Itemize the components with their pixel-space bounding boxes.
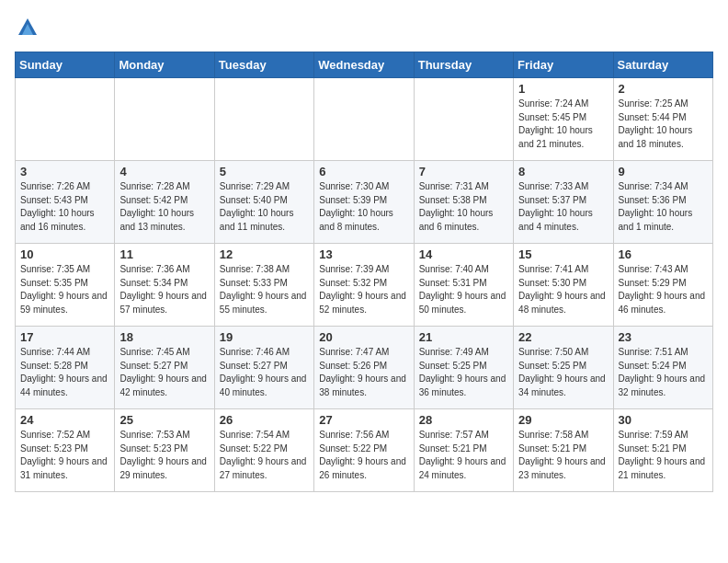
day-cell: 20Sunrise: 7:47 AM Sunset: 5:26 PM Dayli… xyxy=(314,327,414,409)
week-row-3: 10Sunrise: 7:35 AM Sunset: 5:35 PM Dayli… xyxy=(16,244,713,327)
day-info: Sunrise: 7:26 AM Sunset: 5:43 PM Dayligh… xyxy=(20,180,109,234)
day-cell: 2Sunrise: 7:25 AM Sunset: 5:44 PM Daylig… xyxy=(613,78,712,161)
day-info: Sunrise: 7:30 AM Sunset: 5:39 PM Dayligh… xyxy=(319,180,408,234)
day-info: Sunrise: 7:34 AM Sunset: 5:36 PM Dayligh… xyxy=(619,180,708,234)
day-cell: 24Sunrise: 7:52 AM Sunset: 5:23 PM Dayli… xyxy=(16,409,115,492)
day-cell: 9Sunrise: 7:34 AM Sunset: 5:36 PM Daylig… xyxy=(613,161,712,244)
day-cell: 8Sunrise: 7:33 AM Sunset: 5:37 PM Daylig… xyxy=(514,161,613,244)
day-info: Sunrise: 7:52 AM Sunset: 5:23 PM Dayligh… xyxy=(20,429,109,482)
day-cell: 5Sunrise: 7:29 AM Sunset: 5:40 PM Daylig… xyxy=(214,161,313,244)
day-cell: 22Sunrise: 7:50 AM Sunset: 5:25 PM Dayli… xyxy=(514,327,613,409)
day-number: 20 xyxy=(319,330,408,344)
day-cell: 23Sunrise: 7:51 AM Sunset: 5:24 PM Dayli… xyxy=(613,327,712,409)
day-number: 7 xyxy=(419,165,508,178)
weekday-header-row: SundayMondayTuesdayWednesdayThursdayFrid… xyxy=(16,52,713,78)
day-number: 12 xyxy=(220,247,309,261)
day-info: Sunrise: 7:35 AM Sunset: 5:35 PM Dayligh… xyxy=(20,263,109,316)
day-cell: 4Sunrise: 7:28 AM Sunset: 5:42 PM Daylig… xyxy=(115,161,214,244)
week-row-1: 1Sunrise: 7:24 AM Sunset: 5:45 PM Daylig… xyxy=(16,78,713,161)
day-number: 6 xyxy=(319,165,408,178)
day-info: Sunrise: 7:44 AM Sunset: 5:28 PM Dayligh… xyxy=(20,346,109,399)
day-number: 19 xyxy=(220,330,309,344)
day-cell: 15Sunrise: 7:41 AM Sunset: 5:30 PM Dayli… xyxy=(514,244,613,327)
day-number: 18 xyxy=(119,330,209,344)
weekday-header-monday: Monday xyxy=(115,52,214,78)
day-cell: 28Sunrise: 7:57 AM Sunset: 5:21 PM Dayli… xyxy=(414,409,513,492)
day-cell: 29Sunrise: 7:58 AM Sunset: 5:21 PM Dayli… xyxy=(514,409,613,492)
day-info: Sunrise: 7:29 AM Sunset: 5:40 PM Dayligh… xyxy=(220,180,309,234)
day-info: Sunrise: 7:33 AM Sunset: 5:37 PM Dayligh… xyxy=(518,180,608,234)
day-cell xyxy=(16,78,115,161)
day-info: Sunrise: 7:25 AM Sunset: 5:44 PM Dayligh… xyxy=(619,98,708,151)
day-number: 25 xyxy=(119,413,209,427)
logo xyxy=(15,15,44,40)
day-number: 21 xyxy=(419,330,508,344)
page-header xyxy=(15,15,713,40)
logo-icon xyxy=(15,15,40,40)
day-info: Sunrise: 7:38 AM Sunset: 5:33 PM Dayligh… xyxy=(220,263,309,316)
day-number: 27 xyxy=(319,413,408,427)
day-cell: 18Sunrise: 7:45 AM Sunset: 5:27 PM Dayli… xyxy=(115,327,214,409)
day-info: Sunrise: 7:24 AM Sunset: 5:45 PM Dayligh… xyxy=(518,98,608,151)
day-info: Sunrise: 7:28 AM Sunset: 5:42 PM Dayligh… xyxy=(119,180,209,234)
day-number: 15 xyxy=(518,247,608,261)
day-info: Sunrise: 7:53 AM Sunset: 5:23 PM Dayligh… xyxy=(119,429,209,482)
day-number: 1 xyxy=(518,82,608,96)
day-info: Sunrise: 7:47 AM Sunset: 5:26 PM Dayligh… xyxy=(319,346,408,399)
weekday-header-sunday: Sunday xyxy=(16,52,115,78)
day-number: 17 xyxy=(20,330,109,344)
day-cell: 10Sunrise: 7:35 AM Sunset: 5:35 PM Dayli… xyxy=(16,244,115,327)
day-cell xyxy=(115,78,214,161)
day-number: 3 xyxy=(20,165,109,178)
day-number: 26 xyxy=(220,413,309,427)
day-cell xyxy=(314,78,414,161)
day-number: 13 xyxy=(319,247,408,261)
day-cell: 1Sunrise: 7:24 AM Sunset: 5:45 PM Daylig… xyxy=(514,78,613,161)
weekday-header-saturday: Saturday xyxy=(613,52,712,78)
day-number: 28 xyxy=(419,413,508,427)
day-cell: 6Sunrise: 7:30 AM Sunset: 5:39 PM Daylig… xyxy=(314,161,414,244)
day-info: Sunrise: 7:45 AM Sunset: 5:27 PM Dayligh… xyxy=(119,346,209,399)
day-cell: 7Sunrise: 7:31 AM Sunset: 5:38 PM Daylig… xyxy=(414,161,513,244)
day-cell: 13Sunrise: 7:39 AM Sunset: 5:32 PM Dayli… xyxy=(314,244,414,327)
weekday-header-friday: Friday xyxy=(514,52,613,78)
calendar: SundayMondayTuesdayWednesdayThursdayFrid… xyxy=(15,52,713,492)
day-cell: 14Sunrise: 7:40 AM Sunset: 5:31 PM Dayli… xyxy=(414,244,513,327)
weekday-header-wednesday: Wednesday xyxy=(314,52,414,78)
day-info: Sunrise: 7:51 AM Sunset: 5:24 PM Dayligh… xyxy=(619,346,708,399)
day-info: Sunrise: 7:41 AM Sunset: 5:30 PM Dayligh… xyxy=(518,263,608,316)
day-cell xyxy=(214,78,313,161)
day-info: Sunrise: 7:40 AM Sunset: 5:31 PM Dayligh… xyxy=(419,263,508,316)
day-info: Sunrise: 7:56 AM Sunset: 5:22 PM Dayligh… xyxy=(319,429,408,482)
day-info: Sunrise: 7:57 AM Sunset: 5:21 PM Dayligh… xyxy=(419,429,508,482)
day-cell: 19Sunrise: 7:46 AM Sunset: 5:27 PM Dayli… xyxy=(214,327,313,409)
day-number: 29 xyxy=(518,413,608,427)
day-cell: 11Sunrise: 7:36 AM Sunset: 5:34 PM Dayli… xyxy=(115,244,214,327)
day-cell: 12Sunrise: 7:38 AM Sunset: 5:33 PM Dayli… xyxy=(214,244,313,327)
weekday-header-tuesday: Tuesday xyxy=(214,52,313,78)
day-info: Sunrise: 7:58 AM Sunset: 5:21 PM Dayligh… xyxy=(518,429,608,482)
week-row-2: 3Sunrise: 7:26 AM Sunset: 5:43 PM Daylig… xyxy=(16,161,713,244)
day-number: 11 xyxy=(119,247,209,261)
weekday-header-thursday: Thursday xyxy=(414,52,513,78)
day-number: 14 xyxy=(419,247,508,261)
day-info: Sunrise: 7:39 AM Sunset: 5:32 PM Dayligh… xyxy=(319,263,408,316)
day-number: 22 xyxy=(518,330,608,344)
day-number: 10 xyxy=(20,247,109,261)
day-number: 5 xyxy=(220,165,309,178)
day-info: Sunrise: 7:46 AM Sunset: 5:27 PM Dayligh… xyxy=(220,346,309,399)
day-cell: 27Sunrise: 7:56 AM Sunset: 5:22 PM Dayli… xyxy=(314,409,414,492)
day-cell: 17Sunrise: 7:44 AM Sunset: 5:28 PM Dayli… xyxy=(16,327,115,409)
day-info: Sunrise: 7:49 AM Sunset: 5:25 PM Dayligh… xyxy=(419,346,508,399)
week-row-4: 17Sunrise: 7:44 AM Sunset: 5:28 PM Dayli… xyxy=(16,327,713,409)
day-cell: 21Sunrise: 7:49 AM Sunset: 5:25 PM Dayli… xyxy=(414,327,513,409)
day-cell: 25Sunrise: 7:53 AM Sunset: 5:23 PM Dayli… xyxy=(115,409,214,492)
day-cell: 26Sunrise: 7:54 AM Sunset: 5:22 PM Dayli… xyxy=(214,409,313,492)
day-cell: 3Sunrise: 7:26 AM Sunset: 5:43 PM Daylig… xyxy=(16,161,115,244)
day-number: 9 xyxy=(619,165,708,178)
day-info: Sunrise: 7:43 AM Sunset: 5:29 PM Dayligh… xyxy=(619,263,708,316)
day-cell xyxy=(414,78,513,161)
day-info: Sunrise: 7:50 AM Sunset: 5:25 PM Dayligh… xyxy=(518,346,608,399)
day-info: Sunrise: 7:36 AM Sunset: 5:34 PM Dayligh… xyxy=(119,263,209,316)
day-cell: 16Sunrise: 7:43 AM Sunset: 5:29 PM Dayli… xyxy=(613,244,712,327)
